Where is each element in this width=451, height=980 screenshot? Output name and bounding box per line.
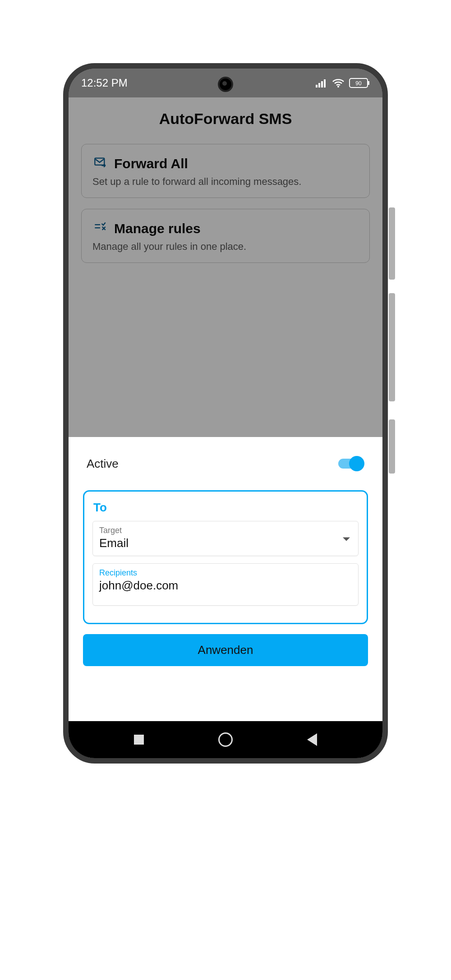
svg-rect-1 xyxy=(318,83,320,87)
active-label: Active xyxy=(87,457,119,471)
svg-rect-0 xyxy=(316,85,318,87)
target-select[interactable]: Target Email xyxy=(92,521,359,556)
rules-icon xyxy=(92,221,108,236)
card-subtitle: Manage all your rules in one place. xyxy=(92,241,359,253)
target-field-label: Target xyxy=(99,526,352,535)
mail-forward-icon xyxy=(92,156,108,171)
card-forward-all[interactable]: Forward All Set up a rule to forward all… xyxy=(81,144,370,198)
card-title: Forward All xyxy=(114,156,188,171)
svg-rect-8 xyxy=(95,158,104,165)
card-subtitle: Set up a rule to forward all incoming me… xyxy=(92,176,359,188)
svg-rect-2 xyxy=(321,81,323,87)
to-panel: To Target Email Recipients john@doe.com xyxy=(83,490,368,624)
wifi-icon xyxy=(332,78,345,88)
status-time: 12:52 PM xyxy=(81,77,128,89)
dropdown-arrow-icon xyxy=(343,538,350,541)
android-nav-bar xyxy=(69,721,382,758)
svg-rect-3 xyxy=(324,79,326,87)
page-title: AutoForward SMS xyxy=(69,97,382,144)
cellular-signal-icon xyxy=(316,78,327,87)
to-section-label: To xyxy=(91,499,360,521)
nav-back-button[interactable] xyxy=(304,731,321,748)
front-camera-notch xyxy=(218,77,233,92)
card-title: Manage rules xyxy=(114,221,201,236)
recipients-input[interactable]: Recipients john@doe.com xyxy=(92,563,359,606)
bottom-sheet: Active To Target Email Recipients xyxy=(69,437,382,721)
nav-recents-button[interactable] xyxy=(130,731,147,748)
svg-point-4 xyxy=(337,86,339,87)
target-value: Email xyxy=(99,536,352,550)
svg-rect-6 xyxy=(368,81,369,85)
card-manage-rules[interactable]: Manage rules Manage all your rules in on… xyxy=(81,209,370,263)
battery-icon: 90 xyxy=(349,78,370,88)
recipients-field-label: Recipients xyxy=(99,568,352,578)
nav-home-button[interactable] xyxy=(217,731,234,748)
active-toggle[interactable] xyxy=(338,456,364,471)
recipients-value: john@doe.com xyxy=(99,579,352,593)
svg-text:90: 90 xyxy=(355,80,362,87)
apply-button[interactable]: Anwenden xyxy=(83,634,368,666)
